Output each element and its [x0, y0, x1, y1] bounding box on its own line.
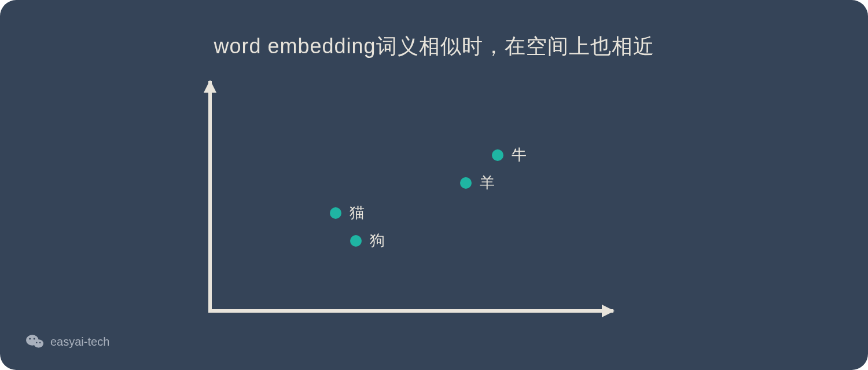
point-dot-icon [492, 149, 503, 161]
svg-point-3 [34, 338, 35, 340]
svg-point-5 [39, 342, 41, 343]
svg-point-1 [34, 339, 43, 347]
data-point: 牛 [492, 145, 527, 165]
svg-point-4 [36, 342, 37, 343]
data-point: 羊 [460, 173, 495, 193]
y-axis [208, 81, 212, 313]
point-label: 狗 [370, 230, 385, 251]
chart-canvas: word embedding词义相似时，在空间上也相近 猫 狗 羊 牛 [0, 0, 868, 370]
chart-title: word embedding词义相似时，在空间上也相近 [0, 32, 868, 61]
watermark-text: easyai-tech [50, 335, 109, 349]
chart-plot-area: 猫 狗 羊 牛 [208, 81, 613, 313]
svg-point-2 [29, 338, 31, 340]
data-point: 猫 [330, 203, 365, 223]
x-axis-arrow-icon [602, 305, 615, 317]
point-label: 牛 [512, 145, 527, 165]
point-label: 猫 [350, 203, 365, 223]
point-dot-icon [460, 177, 472, 189]
wechat-icon [26, 334, 43, 349]
point-label: 羊 [480, 173, 495, 193]
x-axis [208, 309, 613, 313]
point-dot-icon [330, 207, 341, 219]
data-point: 狗 [350, 230, 385, 251]
point-dot-icon [350, 235, 362, 247]
watermark: easyai-tech [26, 334, 109, 349]
y-axis-arrow-icon [204, 80, 216, 93]
